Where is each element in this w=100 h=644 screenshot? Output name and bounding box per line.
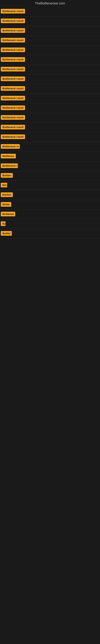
result-row: Bottleneck result bbox=[0, 65, 100, 74]
result-row: Bottleneck result bbox=[0, 113, 100, 123]
bottleneck-badge[interactable]: Bottler bbox=[1, 231, 12, 236]
bottleneck-badge[interactable]: Bottleneck result bbox=[1, 96, 25, 100]
bottleneck-badge[interactable]: Bottlenec bbox=[1, 154, 16, 158]
result-row: Bottlenec bbox=[0, 152, 100, 162]
bottleneck-badge[interactable]: Bottlen bbox=[1, 192, 13, 197]
result-row: Bottleneck re bbox=[0, 142, 100, 152]
bottleneck-badge[interactable]: Bottleneck r bbox=[1, 164, 18, 168]
result-row: Bottleneck result bbox=[0, 74, 100, 84]
result-row: Bottle bbox=[0, 200, 100, 210]
result-row: Bottleneck result bbox=[0, 16, 100, 26]
result-row: Bottlen bbox=[0, 171, 100, 181]
result-row: Bottleneck r bbox=[0, 162, 100, 171]
bottleneck-badge[interactable]: Bottleneck result bbox=[1, 57, 25, 62]
bottleneck-badge[interactable]: Bottleneck result bbox=[1, 125, 25, 130]
result-row: Bottler bbox=[0, 229, 100, 239]
result-row: Bottleneck result bbox=[0, 7, 100, 16]
bottleneck-badge[interactable]: Bottlenec bbox=[1, 212, 15, 216]
bottleneck-badge[interactable]: Bottleneck result bbox=[1, 38, 25, 42]
result-row: Bottleneck result bbox=[0, 26, 100, 36]
bottleneck-badge[interactable]: Bottleneck result bbox=[1, 76, 25, 81]
result-row: Bottleneck result bbox=[0, 132, 100, 142]
site-title-text: TheBottlenecker.com bbox=[35, 2, 65, 5]
bottleneck-badge[interactable]: Bottleneck result bbox=[1, 115, 25, 120]
result-row: Bottleneck result bbox=[0, 46, 100, 55]
bottleneck-badge[interactable]: Bottleneck result bbox=[1, 106, 25, 110]
bottleneck-badge[interactable]: Bottleneck result bbox=[1, 28, 25, 33]
bottleneck-badge[interactable]: Bottleneck result bbox=[1, 48, 25, 52]
result-row: Bottleneck result bbox=[0, 84, 100, 94]
result-row: Bottlen bbox=[0, 190, 100, 200]
bottleneck-badge[interactable]: Bot bbox=[1, 183, 7, 187]
bottleneck-badge[interactable]: Bottleneck result bbox=[1, 9, 25, 14]
result-row: Bottleneck result bbox=[0, 36, 100, 46]
bottleneck-badge[interactable]: Bo bbox=[1, 222, 6, 226]
bottleneck-badge[interactable]: Bottleneck result bbox=[1, 18, 25, 23]
bottleneck-badge[interactable]: Bottleneck result bbox=[1, 67, 25, 72]
result-row: Bottleneck result bbox=[0, 94, 100, 104]
results-container: Bottleneck resultBottleneck resultBottle… bbox=[0, 7, 100, 239]
result-row: Bo bbox=[0, 219, 100, 229]
bottleneck-badge[interactable]: Bottleneck result bbox=[1, 86, 25, 91]
bottleneck-badge[interactable]: Bottle bbox=[1, 202, 11, 207]
bottleneck-badge[interactable]: Bottleneck re bbox=[1, 144, 20, 149]
result-row: Bottleneck result bbox=[0, 55, 100, 65]
bottleneck-badge[interactable]: Bottlen bbox=[1, 173, 13, 178]
bottleneck-badge[interactable]: Bottleneck result bbox=[1, 134, 25, 139]
result-row: Bottleneck result bbox=[0, 104, 100, 113]
site-title: TheBottlenecker.com bbox=[0, 0, 100, 7]
result-row: Bottlenec bbox=[0, 210, 100, 219]
result-row: Bottleneck result bbox=[0, 123, 100, 132]
result-row: Bot bbox=[0, 181, 100, 190]
